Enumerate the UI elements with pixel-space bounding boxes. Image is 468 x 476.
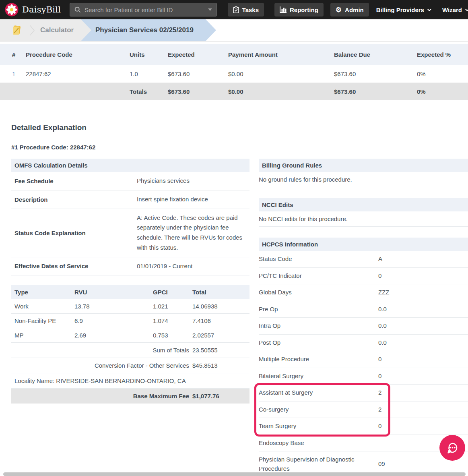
table-row: Pre Op0.0: [259, 301, 468, 318]
fee-schedule-row: Fee Schedule Physicians services: [11, 172, 249, 190]
row-value: Insert spine fixation device: [134, 190, 249, 209]
table-row: Team Surgery0: [259, 418, 468, 435]
reporting-button[interactable]: Reporting: [274, 3, 324, 17]
billing-ground-rules-text: No ground rules for this procedure.: [259, 172, 468, 187]
rvu-table: Type RVU GPCI Total Work13.78 1.02114.06…: [11, 285, 249, 404]
global-search[interactable]: [70, 3, 216, 17]
table-row: Endoscopy Base: [259, 435, 468, 452]
section-divider: [11, 113, 468, 113]
search-input[interactable]: [85, 6, 204, 13]
horizontal-scrollbar[interactable]: [3, 472, 466, 476]
rvu-header-row: Type RVU GPCI Total: [11, 285, 249, 299]
totals-row: Totals $673.60 $0.00 $673.60 0%: [0, 83, 468, 100]
table-row: MP2.69 0.7532.02557: [11, 328, 249, 343]
expected-cell: $673.60: [168, 70, 228, 77]
admin-label: Admin: [345, 6, 364, 13]
breadcrumb-current[interactable]: Physician Services 02/25/2019: [81, 19, 216, 41]
totals-payment: $0.00: [228, 88, 334, 95]
daisy-logo-icon: [5, 3, 19, 17]
table-row: Status CodeA: [259, 251, 468, 268]
row-value: Physicians services: [134, 172, 249, 190]
top-navigation-bar: DaisyBill Tasks: [0, 0, 468, 19]
gear-icon: ⚙: [336, 6, 342, 13]
table-row: Co-surgery2: [259, 401, 468, 418]
col-header-expected-pct[interactable]: Expected %: [417, 51, 468, 58]
row-value: A: Active Code. These codes are paid sep…: [134, 209, 249, 257]
row-value: 01/01/2019 - Current: [134, 257, 249, 275]
omfs-header: OMFS Calculation Details: [11, 159, 249, 172]
wizard-doc-icon[interactable]: [11, 25, 22, 37]
ncci-edits-text: No NCCI edits for this procedure.: [259, 211, 468, 227]
bill-table-header-row: # Procedure Code Units Expected Payment …: [0, 44, 468, 65]
breadcrumb-chevron-icon: [30, 25, 35, 37]
description-row: Description Insert spine fixation device: [11, 190, 249, 209]
procedure-code-cell: 22847:62: [26, 70, 130, 77]
table-row: Global DaysZZZ: [259, 284, 468, 301]
status-code-explanation-row: Status Code Explanation A: Active Code. …: [11, 209, 249, 257]
hcpcs-section: HCPCS Information Status CodeA PC/TC Ind…: [259, 238, 468, 476]
balance-due-cell: $673.60: [334, 70, 417, 77]
billing-providers-label: Billing Providers: [376, 6, 424, 13]
row-label: Effective Dates of Service: [11, 259, 134, 273]
ncci-edits-header: NCCI Edits: [259, 198, 468, 211]
wizard-menu[interactable]: Wizard: [442, 6, 468, 13]
bill-line-items-table: # Procedure Code Units Expected Payment …: [0, 44, 468, 100]
brand-name: DaisyBill: [22, 5, 61, 14]
totals-balance: $673.60: [334, 88, 417, 95]
payment-amount-cell: $0.00: [228, 70, 334, 77]
rvu-col-type: Type: [14, 285, 74, 299]
table-row: 1 22847:62 1.0 $673.60 $0.00 $673.60 0%: [0, 65, 468, 83]
omfs-column: OMFS Calculation Details Fee Schedule Ph…: [11, 159, 249, 404]
chevron-down-icon: [465, 7, 468, 11]
table-row: PC/TC Indicator0: [259, 268, 468, 285]
search-icon: [74, 6, 81, 13]
wizard-label: Wizard: [442, 6, 462, 13]
totals-expected: $673.60: [168, 88, 228, 95]
table-row: Assistant at Surgery2: [259, 385, 468, 401]
breadcrumb-current-label: Physician Services 02/25/2019: [95, 26, 194, 34]
procedure-subtitle: #1 Procedure Code: 22847:62: [11, 144, 468, 151]
row-label: Description: [11, 192, 134, 207]
sum-of-totals-row: Sum of Totals 23.50555: [11, 343, 249, 358]
tasks-label: Tasks: [242, 6, 259, 13]
col-header-procedure-code[interactable]: Procedure Code: [26, 51, 130, 58]
hcpcs-header: HCPCS Information: [259, 238, 468, 251]
reporting-label: Reporting: [290, 6, 318, 13]
tasks-button[interactable]: Tasks: [228, 3, 264, 17]
bar-chart-icon: [280, 6, 287, 13]
conversion-factor-row: Conversion Factor - Other Services $45.8…: [11, 358, 249, 373]
admin-button[interactable]: ⚙ Admin: [330, 3, 369, 17]
billing-ground-rules-section: Billing Ground Rules No ground rules for…: [259, 159, 468, 187]
col-header-num: #: [12, 51, 26, 58]
page-title: Detailed Explanation: [11, 123, 468, 132]
row-label: Fee Schedule: [11, 174, 134, 188]
row-label: Status Code Explanation: [11, 226, 134, 240]
units-cell: 1.0: [130, 70, 168, 77]
ncci-edits-section: NCCI Edits No NCCI edits for this proced…: [259, 198, 468, 227]
surgery-highlight-group: Assistant at Surgery2 Co-surgery2 Team S…: [259, 385, 468, 435]
totals-pct: 0%: [417, 88, 468, 95]
chevron-down-icon: [427, 7, 431, 11]
effective-dates-row: Effective Dates of Service 01/01/2019 - …: [11, 257, 249, 276]
col-header-expected[interactable]: Expected: [168, 51, 228, 58]
billing-ground-rules-header: Billing Ground Rules: [259, 159, 468, 172]
rvu-col-total: Total: [192, 285, 249, 299]
billing-providers-menu[interactable]: Billing Providers: [376, 6, 430, 13]
locality-row: Locality Name: RIVERSIDE-SAN BERNARDINO-…: [11, 373, 249, 389]
col-header-payment-amount[interactable]: Payment Amount: [228, 51, 334, 58]
col-header-units: Units: [130, 51, 168, 58]
chat-widget-button[interactable]: [439, 435, 465, 461]
table-row: Non-Facility PE6.9 1.0747.4106: [11, 314, 249, 328]
base-maximum-fee-row: Base Maximum Fee $1,077.76: [11, 389, 249, 404]
search-dropdown-caret-icon[interactable]: [208, 8, 212, 11]
totals-label: Totals: [130, 88, 168, 95]
rvu-col-gpci: GPCI: [153, 285, 192, 299]
col-header-balance-due[interactable]: Balance Due: [334, 51, 417, 58]
chat-icon: [445, 441, 460, 455]
table-row: Multiple Procedure0: [259, 351, 468, 368]
breadcrumb: Physician Services 02/25/2019 Calculator: [0, 19, 468, 41]
row-number-link[interactable]: 1: [12, 70, 26, 77]
table-row: Intra Op0.0: [259, 318, 468, 335]
brand[interactable]: DaisyBill: [5, 3, 61, 17]
breadcrumb-item-calculator[interactable]: Calculator: [40, 19, 74, 41]
